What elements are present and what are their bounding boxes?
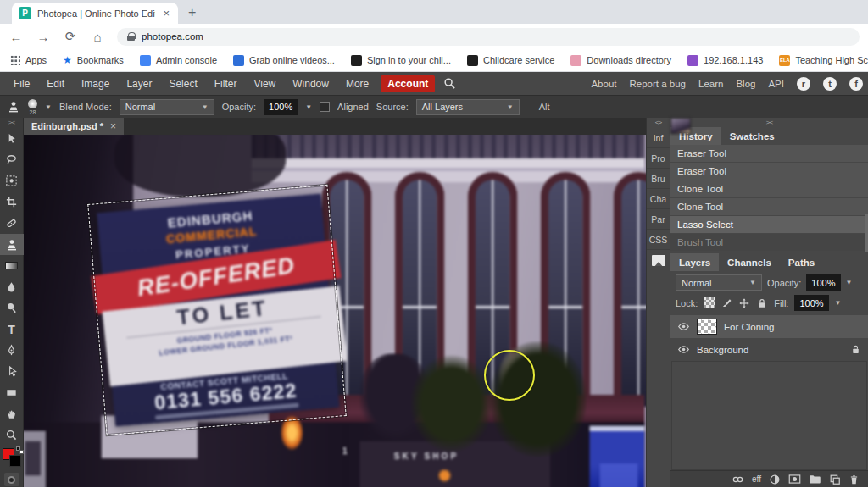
- menu-blog[interactable]: Blog: [736, 79, 755, 89]
- layer-fill-dropdown-icon[interactable]: ▼: [835, 299, 842, 307]
- history-item-current[interactable]: Lasso Select: [670, 216, 868, 233]
- history-item[interactable]: Clone Tool: [670, 198, 868, 215]
- new-folder-icon[interactable]: [809, 474, 821, 485]
- layer-row-background[interactable]: Background: [670, 338, 868, 361]
- move-tool[interactable]: [0, 128, 24, 149]
- browser-tab[interactable]: P Photopea | Online Photo Editor ×: [12, 3, 178, 24]
- lasso-tool[interactable]: [0, 149, 24, 170]
- type-tool[interactable]: T: [0, 319, 24, 340]
- healing-brush-tool[interactable]: [0, 213, 24, 234]
- panel-tab-character[interactable]: Cha: [647, 189, 670, 209]
- brush-preview[interactable]: 28: [28, 99, 37, 115]
- menu-filter[interactable]: Filter: [206, 78, 246, 90]
- menu-report-a-bug[interactable]: Report a bug: [630, 79, 687, 89]
- menu-window[interactable]: Window: [284, 78, 337, 90]
- reddit-icon[interactable]: r: [797, 77, 810, 91]
- search-icon[interactable]: [443, 77, 456, 90]
- default-colors-icon[interactable]: [16, 446, 23, 453]
- panel-tab-paragraph[interactable]: Par: [647, 209, 670, 230]
- https-lock-icon[interactable]: [127, 32, 135, 41]
- lock-position-icon[interactable]: [738, 297, 750, 309]
- aligned-checkbox[interactable]: [320, 102, 330, 112]
- layer-fill-input[interactable]: 100%: [794, 295, 828, 311]
- menu-learn[interactable]: Learn: [698, 79, 723, 89]
- account-button[interactable]: Account: [381, 75, 435, 92]
- adjustment-icon[interactable]: [769, 474, 781, 485]
- history-item-undone[interactable]: Brush Tool: [670, 234, 868, 251]
- menu-file[interactable]: File: [5, 78, 38, 90]
- menu-more[interactable]: More: [337, 78, 377, 90]
- delete-layer-icon[interactable]: [849, 474, 860, 485]
- bookmark-ip-address[interactable]: 192.168.1.143: [687, 55, 763, 66]
- history-scrollbar[interactable]: [865, 214, 868, 252]
- reload-icon[interactable]: ⟳: [63, 29, 78, 44]
- bookmark-downloads-directory[interactable]: Downloads directory: [570, 55, 671, 66]
- quick-selection-tool[interactable]: [0, 170, 24, 191]
- menu-about[interactable]: About: [591, 79, 616, 89]
- layer-thumbnail-photo[interactable]: [670, 118, 691, 134]
- layer-thumbnail-transparent[interactable]: [697, 319, 717, 335]
- panels-collapse-icon[interactable]: ><: [670, 118, 868, 127]
- history-item[interactable]: Clone Tool: [670, 180, 868, 197]
- menu-image[interactable]: Image: [73, 78, 118, 90]
- gradient-tool[interactable]: [0, 255, 24, 276]
- forward-icon[interactable]: →: [36, 30, 51, 44]
- menu-api[interactable]: API: [768, 79, 784, 89]
- home-icon[interactable]: ⌂: [90, 30, 105, 44]
- bookmark-grab-online-videos[interactable]: Grab online videos...: [233, 55, 335, 66]
- panel-tab-properties[interactable]: Pro: [647, 148, 670, 169]
- layer-effects-button[interactable]: eff: [752, 474, 761, 484]
- strip-collapse-icon[interactable]: <>: [655, 118, 661, 128]
- layer-mask-icon[interactable]: [788, 474, 801, 485]
- bookmark-admin-console[interactable]: Admin console: [140, 55, 217, 66]
- layer-opacity-input[interactable]: 100%: [806, 274, 840, 291]
- back-icon[interactable]: ←: [8, 30, 24, 44]
- apps-shortcut[interactable]: Apps: [10, 55, 47, 65]
- menu-select[interactable]: Select: [160, 78, 205, 90]
- menu-edit[interactable]: Edit: [38, 78, 73, 90]
- document-close-icon[interactable]: ×: [110, 120, 116, 132]
- visibility-eye-icon[interactable]: [677, 343, 690, 356]
- color-swatches[interactable]: [2, 447, 22, 468]
- history-item[interactable]: Eraser Tool: [670, 145, 868, 162]
- brush-dropdown-icon[interactable]: ▼: [45, 103, 52, 111]
- lock-transparency-icon[interactable]: [704, 297, 715, 308]
- address-input[interactable]: photopea.com: [117, 28, 860, 46]
- bookmark-teaching-high-school[interactable]: ELA Teaching High Scho...: [779, 55, 868, 66]
- crop-tool[interactable]: [0, 191, 24, 213]
- new-tab-button[interactable]: +: [188, 5, 196, 20]
- history-item[interactable]: Eraser Tool: [670, 163, 868, 180]
- path-select-tool[interactable]: [0, 361, 24, 382]
- toolbar-collapse-icon[interactable]: ><: [8, 118, 14, 128]
- bookmark-sign-in[interactable]: Sign in to your chil...: [351, 55, 451, 66]
- tab-channels[interactable]: Channels: [719, 253, 780, 271]
- menu-layer[interactable]: Layer: [118, 78, 160, 90]
- blur-tool[interactable]: [0, 276, 24, 297]
- image-panel-icon[interactable]: [652, 255, 665, 266]
- layer-blend-select[interactable]: Normal ▼: [676, 274, 762, 291]
- twitter-icon[interactable]: t: [823, 77, 837, 91]
- tab-layers[interactable]: Layers: [670, 253, 719, 271]
- hand-tool[interactable]: [0, 403, 24, 424]
- lock-paint-icon[interactable]: [721, 297, 732, 309]
- background-color[interactable]: [9, 455, 21, 467]
- link-layers-icon[interactable]: [732, 474, 744, 485]
- clone-stamp-tool[interactable]: [0, 234, 24, 255]
- dodge-tool[interactable]: [0, 297, 24, 319]
- tab-swatches[interactable]: Swatches: [721, 127, 783, 145]
- source-select[interactable]: All Layers ▼: [416, 99, 520, 115]
- canvas[interactable]: SKY SHOP 1 EDINBURGH COMMERCIAL: [24, 135, 646, 487]
- bookmark-bookmarks[interactable]: ★ Bookmarks: [63, 54, 124, 66]
- blend-mode-select[interactable]: Normal ▼: [120, 99, 214, 115]
- facebook-icon[interactable]: f: [849, 77, 863, 91]
- panel-tab-brush[interactable]: Bru: [647, 169, 670, 189]
- menu-view[interactable]: View: [245, 78, 284, 90]
- panel-tab-css[interactable]: CSS: [647, 230, 670, 250]
- pen-tool[interactable]: [0, 340, 24, 361]
- document-tab[interactable]: Edinburgh.psd * ×: [24, 118, 124, 135]
- bookmark-childcare-service[interactable]: Childcare service: [467, 55, 554, 66]
- opacity-dropdown-icon[interactable]: ▼: [305, 103, 312, 111]
- tab-paths[interactable]: Paths: [780, 253, 823, 271]
- layer-opacity-dropdown-icon[interactable]: ▼: [846, 279, 853, 286]
- new-layer-icon[interactable]: [829, 474, 841, 485]
